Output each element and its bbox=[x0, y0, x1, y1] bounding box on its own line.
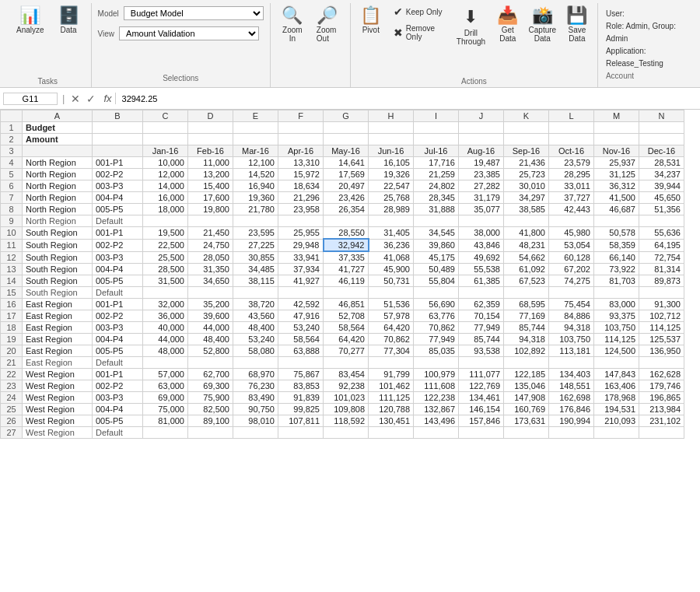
data-cell[interactable]: 23,385 bbox=[459, 169, 504, 180]
data-cell[interactable]: 130,451 bbox=[369, 415, 414, 427]
data-cell[interactable] bbox=[233, 134, 278, 145]
data-cell[interactable]: 23,958 bbox=[278, 204, 324, 215]
row-number[interactable]: 6 bbox=[1, 180, 23, 192]
data-cell[interactable]: 66,140 bbox=[594, 251, 639, 264]
region-cell[interactable]: West Region bbox=[23, 415, 93, 427]
data-cell[interactable]: 38,720 bbox=[233, 299, 278, 310]
data-cell[interactable]: 93,538 bbox=[459, 345, 504, 357]
data-cell[interactable] bbox=[594, 122, 639, 134]
data-cell[interactable]: 122,769 bbox=[459, 380, 504, 392]
data-cell[interactable] bbox=[459, 134, 504, 145]
region-cell[interactable]: West Region bbox=[23, 404, 93, 415]
data-cell[interactable]: 37,727 bbox=[549, 192, 594, 204]
data-cell[interactable]: 107,811 bbox=[278, 415, 324, 427]
data-cell[interactable]: 102,892 bbox=[504, 345, 549, 357]
region-cell[interactable]: South Region bbox=[23, 275, 93, 287]
data-cell[interactable]: 16,000 bbox=[143, 192, 188, 204]
data-cell[interactable]: 70,862 bbox=[414, 322, 459, 334]
data-cell[interactable]: 35,077 bbox=[459, 204, 504, 215]
data-cell[interactable] bbox=[324, 215, 369, 227]
data-cell[interactable]: 61,092 bbox=[504, 264, 549, 275]
data-cell[interactable] bbox=[639, 122, 684, 134]
data-cell[interactable]: 24,802 bbox=[414, 180, 459, 192]
data-cell[interactable]: 45,980 bbox=[549, 227, 594, 240]
data-cell[interactable] bbox=[639, 427, 684, 439]
data-cell[interactable]: 28,295 bbox=[549, 169, 594, 180]
data-cell[interactable]: 83,490 bbox=[233, 392, 278, 404]
data-cell[interactable]: 84,886 bbox=[549, 310, 594, 322]
data-cell[interactable]: 64,420 bbox=[369, 322, 414, 334]
data-cell[interactable] bbox=[594, 427, 639, 439]
data-cell[interactable]: 34,485 bbox=[233, 264, 278, 275]
row-number[interactable]: 16 bbox=[1, 299, 23, 310]
data-cell[interactable]: 17,569 bbox=[324, 169, 369, 180]
row-number[interactable]: 10 bbox=[1, 227, 23, 240]
data-cell[interactable]: 89,100 bbox=[188, 415, 233, 427]
data-cell[interactable]: 58,359 bbox=[594, 239, 639, 251]
data-cell[interactable] bbox=[278, 215, 324, 227]
data-cell[interactable]: 53,240 bbox=[278, 322, 324, 334]
data-cell[interactable]: 134,461 bbox=[459, 392, 504, 404]
row-number[interactable]: 2 bbox=[1, 134, 23, 145]
data-cell[interactable]: 19,500 bbox=[143, 227, 188, 240]
product-cell[interactable]: 004-P4 bbox=[93, 334, 143, 345]
region-cell[interactable]: East Region bbox=[23, 345, 93, 357]
data-cell[interactable]: Jan-16 bbox=[143, 145, 188, 157]
data-cell[interactable] bbox=[414, 357, 459, 369]
data-cell[interactable] bbox=[143, 287, 188, 299]
data-cell[interactable] bbox=[594, 215, 639, 227]
data-cell[interactable] bbox=[188, 122, 233, 134]
data-cell[interactable]: 135,046 bbox=[504, 380, 549, 392]
data-cell[interactable] bbox=[549, 427, 594, 439]
product-cell[interactable]: 003-P3 bbox=[93, 251, 143, 264]
data-cell[interactable] bbox=[233, 215, 278, 227]
data-cell[interactable]: 19,487 bbox=[459, 157, 504, 169]
data-cell[interactable]: 27,282 bbox=[459, 180, 504, 192]
data-cell[interactable]: 176,846 bbox=[549, 404, 594, 415]
data-cell[interactable]: 99,825 bbox=[278, 404, 324, 415]
data-cell[interactable]: 21,259 bbox=[414, 169, 459, 180]
data-cell[interactable] bbox=[188, 427, 233, 439]
data-cell[interactable]: 60,128 bbox=[549, 251, 594, 264]
view-select[interactable]: Amount Validation bbox=[119, 26, 259, 40]
data-cell[interactable]: Apr-16 bbox=[278, 145, 324, 157]
data-cell[interactable]: 28,531 bbox=[639, 157, 684, 169]
formula-input[interactable] bbox=[119, 93, 697, 104]
data-cell[interactable]: 57,000 bbox=[143, 369, 188, 380]
data-cell[interactable]: 81,703 bbox=[594, 275, 639, 287]
data-cell[interactable]: 68,970 bbox=[233, 369, 278, 380]
data-cell[interactable]: 17,716 bbox=[414, 157, 459, 169]
data-cell[interactable]: 46,687 bbox=[594, 204, 639, 215]
data-cell[interactable]: 44,000 bbox=[143, 334, 188, 345]
data-cell[interactable] bbox=[549, 134, 594, 145]
data-cell[interactable] bbox=[639, 215, 684, 227]
product-cell[interactable]: 001-P1 bbox=[93, 157, 143, 169]
data-cell[interactable]: 29,948 bbox=[278, 239, 324, 251]
data-cell[interactable]: 12,100 bbox=[233, 157, 278, 169]
data-cell[interactable]: 13,310 bbox=[278, 157, 324, 169]
data-cell[interactable]: 85,744 bbox=[459, 334, 504, 345]
data-cell[interactable]: 30,010 bbox=[504, 180, 549, 192]
data-cell[interactable] bbox=[369, 287, 414, 299]
data-cell[interactable]: 13,200 bbox=[188, 169, 233, 180]
data-cell[interactable]: 43,846 bbox=[459, 239, 504, 251]
data-cell[interactable]: Mar-16 bbox=[233, 145, 278, 157]
data-cell[interactable] bbox=[549, 287, 594, 299]
data-cell[interactable]: 14,000 bbox=[143, 180, 188, 192]
data-cell[interactable]: 35,200 bbox=[188, 299, 233, 310]
data-cell[interactable] bbox=[233, 427, 278, 439]
data-cell[interactable]: 69,000 bbox=[143, 392, 188, 404]
data-cell[interactable]: 31,179 bbox=[459, 192, 504, 204]
data-cell[interactable]: 38,000 bbox=[459, 227, 504, 240]
data-cell[interactable]: 70,154 bbox=[459, 310, 504, 322]
data-cell[interactable]: 14,520 bbox=[233, 169, 278, 180]
data-cell[interactable]: 67,523 bbox=[504, 275, 549, 287]
product-cell[interactable]: 004-P4 bbox=[93, 192, 143, 204]
product-cell[interactable]: 001-P1 bbox=[93, 299, 143, 310]
data-cell[interactable] bbox=[143, 215, 188, 227]
data-cell[interactable]: 114,125 bbox=[639, 322, 684, 334]
data-cell[interactable]: 19,326 bbox=[369, 169, 414, 180]
data-cell[interactable] bbox=[278, 357, 324, 369]
data-cell[interactable]: 75,000 bbox=[143, 404, 188, 415]
data-cell[interactable]: 62,359 bbox=[459, 299, 504, 310]
